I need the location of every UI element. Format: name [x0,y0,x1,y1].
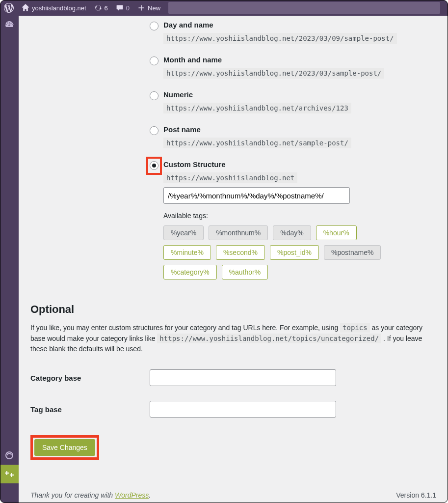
option-example: https://www.yoshiislandblog.net/2023/03/… [163,68,384,79]
comments-link[interactable]: 0 [112,0,133,16]
optional-heading: Optional [30,303,436,316]
radio-permalink-1[interactable] [150,56,158,65]
category-base-label: Category base [30,374,150,382]
category-base-row: Category base [30,369,436,386]
option-label: Post name [163,125,351,134]
comments-count: 0 [126,4,130,12]
option-label-custom: Custom Structure [163,160,409,168]
permalink-option: Month and namehttps://www.yoshiislandblo… [30,56,436,79]
option-label: Month and name [163,56,384,64]
tag-button[interactable]: %postname% [324,245,381,260]
main-content: Day and namehttps://www.yoshiislandblog.… [19,16,448,503]
radio-permalink-3[interactable] [150,126,158,135]
sidebar-item-settings[interactable] [0,465,19,483]
sliders-icon [4,469,14,479]
permalink-option-custom: Custom Structure https://www.yoshiisland… [30,160,436,279]
permalink-option: Numerichttps://www.yoshiislandblog.net/a… [30,90,436,113]
circle-icon [4,450,14,460]
save-changes-button[interactable]: Save Changes [34,439,95,456]
new-label: New [148,4,160,12]
available-tags-label: Available tags: [163,212,409,220]
tag-button[interactable]: %author% [222,265,268,279]
tag-base-label: Tag base [30,405,150,414]
tag-button[interactable]: %minute% [163,245,211,260]
home-icon [22,4,29,12]
radio-custom-structure[interactable] [150,161,158,170]
wordpress-link[interactable]: WordPress [115,491,149,499]
site-name-text: yoshiislandblog.net [32,4,86,12]
tag-button[interactable]: %second% [216,245,265,260]
permalink-option: Post namehttps://www.yoshiislandblog.net… [30,125,436,148]
footer-version: Version 6.1.1 [396,491,436,499]
tag-button[interactable]: %monthnum% [209,225,268,240]
tag-button[interactable]: %post_id% [270,245,319,260]
comment-icon [116,4,124,12]
wp-logo-menu[interactable] [0,0,18,16]
updates-link[interactable]: 6 [90,0,112,16]
custom-base-url: https://www.yoshiislandblog.net [163,172,297,183]
site-name-link[interactable]: yoshiislandblog.net [18,0,90,16]
option-example: https://www.yoshiislandblog.net/archives… [163,103,351,113]
new-content-link[interactable]: New [133,0,164,16]
update-icon [94,4,102,12]
plus-icon [137,4,145,12]
radio-permalink-2[interactable] [150,91,158,100]
admin-toolbar: yoshiislandblog.net 6 0 New [0,0,448,16]
tag-base-input[interactable] [150,401,336,418]
footer-thanks: Thank you for creating with WordPress. [30,491,151,499]
radio-permalink-0[interactable] [150,22,158,30]
tag-base-row: Tag base [30,401,436,418]
admin-footer: Thank you for creating with WordPress. V… [30,491,436,499]
option-label: Day and name [163,21,397,29]
tag-button[interactable]: %hour% [316,225,357,240]
wordpress-logo-icon [4,3,14,13]
category-base-input[interactable] [150,369,336,386]
dashboard-icon [4,20,14,30]
option-example: https://www.yoshiislandblog.net/2023/03/… [163,33,397,44]
optional-description: If you like, you may enter custom struct… [30,323,433,355]
updates-count: 6 [105,4,108,12]
option-label: Numeric [163,90,351,99]
admin-sidebar-collapsed [0,16,19,503]
sidebar-item-plugin[interactable] [0,446,19,465]
custom-structure-input[interactable] [163,187,350,204]
adminbar-filler [168,2,440,14]
tag-button[interactable]: %day% [273,225,311,240]
tag-button[interactable]: %year% [163,225,204,240]
tag-button[interactable]: %category% [163,265,217,279]
option-example: https://www.yoshiislandblog.net/sample-p… [163,138,351,148]
sidebar-item-dashboard[interactable] [0,16,19,34]
available-tags-list: %year%%monthnum%%day%%hour%%minute%%seco… [163,225,409,279]
permalink-option: Day and namehttps://www.yoshiislandblog.… [30,21,436,44]
